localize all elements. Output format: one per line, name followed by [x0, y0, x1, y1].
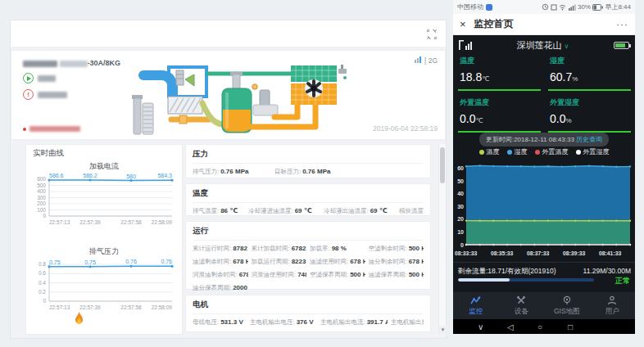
svg-text:0.76: 0.76 [161, 259, 172, 264]
section-pressure: 压力 排气压力: 0.76 MPa目标压力: 0.76 MPa [185, 144, 431, 178]
metric-value: 18.8℃ [460, 70, 541, 83]
legend-external-temperature[interactable]: 外置温度 [535, 147, 569, 156]
alert-exclamation-icon[interactable]: ! [23, 89, 34, 100]
svg-text:22:57:39: 22:57:39 [79, 304, 101, 310]
oil-separator-tank [222, 72, 257, 133]
location-pin-icon [562, 295, 572, 305]
monitor-icon [470, 295, 481, 305]
svg-text:22:57:39: 22:57:39 [79, 219, 101, 225]
metric-item: 加载率: 98 % [310, 245, 365, 253]
tools-icon [516, 295, 526, 305]
chevron-down-icon: ∨ [565, 43, 569, 50]
metric-external-temperature: 外置温度 0.0℃ [458, 97, 541, 133]
section-temperature: 温度 排气温度: 86 ℃冷却液进油温度: 69 ℃冷却液出油温度: 69 ℃模… [185, 183, 431, 216]
nav-user[interactable]: 用户 [590, 292, 636, 319]
nav-monitor[interactable]: 监控 [453, 292, 499, 319]
metric-item: 油滤剩余时间: 678 H [193, 258, 248, 266]
back-button[interactable]: ◁ [507, 322, 514, 331]
svg-text:0.8: 0.8 [39, 261, 46, 267]
phone-bottom-nav: 监控 设备 GIS地图 用户 [453, 292, 635, 319]
nav-gis-map[interactable]: GIS地图 [544, 292, 590, 319]
metric-item: 排气压力: 0.76 MPa [193, 168, 271, 176]
play-icon[interactable] [23, 73, 34, 83]
svg-text:08:41:33: 08:41:33 [599, 250, 621, 256]
red-dot-icon [23, 128, 26, 131]
section-title: 温度 [193, 188, 424, 203]
legend-humidity[interactable]: 湿度 [507, 147, 528, 156]
device-overview-card: -30A/8KG ! | 2G 2019-06-04 22:58:19 [11, 50, 446, 140]
section-title: 电机 [193, 300, 424, 314]
user-icon [607, 295, 617, 305]
compressor-schematic [130, 52, 446, 137]
detail-scrollbar[interactable]: ▼ [438, 144, 446, 335]
legend-dot [535, 150, 540, 155]
device-selector[interactable]: 深圳莲花山 ∨ [472, 39, 614, 52]
signal-icon [569, 4, 576, 11]
airend-block [168, 97, 202, 114]
redacted-device-name [23, 61, 57, 67]
svg-text:08:35:33: 08:35:33 [491, 250, 513, 256]
legend-dot [507, 150, 512, 155]
device-fault-status[interactable]: ! [23, 89, 146, 100]
wifi-icon [559, 4, 566, 11]
svg-text:0.75: 0.75 [84, 259, 96, 265]
svg-text:586.6: 586.6 [49, 173, 64, 178]
motor-pump [253, 90, 278, 115]
redacted-device-model [60, 61, 88, 67]
home-button[interactable]: ○ [537, 322, 542, 331]
svg-text:100: 100 [37, 207, 46, 213]
recents-button[interactable]: □ [568, 322, 573, 331]
alarm-icon [542, 3, 549, 11]
svg-text:0: 0 [43, 213, 46, 219]
realtime-curves-title: 实时曲线 [33, 148, 64, 159]
svg-text:20: 20 [457, 216, 464, 222]
carrier-label: 中国移动 [457, 2, 483, 11]
fullscreen-expand-icon[interactable] [426, 29, 438, 40]
phone-device-bar: 深圳莲花山 ∨ [453, 38, 635, 52]
metric-humidity: 湿度 60.7% [548, 56, 631, 91]
redacted-run-label [38, 75, 56, 82]
nav-device[interactable]: 设备 [499, 292, 545, 319]
antenna-signal-icon [459, 40, 472, 50]
metric-item: 空滤保养周期: 500 H [310, 271, 365, 279]
metric-label: 温度 [460, 56, 541, 66]
device-info: -30A/8KG ! [23, 59, 146, 100]
device-detail-column: 压力 排气压力: 0.76 MPa目标压力: 0.76 MPa 温度 排气温度:… [185, 144, 441, 335]
air-filter-tower [132, 95, 153, 134]
metric-item: 母线电压: 531.3 V [193, 318, 247, 327]
svg-text:586.2: 586.2 [83, 173, 98, 178]
hide-nav-button[interactable]: ∨ [478, 322, 483, 331]
legend-temperature[interactable]: 温度 [479, 147, 500, 156]
svg-text:0.4: 0.4 [39, 280, 46, 286]
metric-item: 主电机输出电压: 376 V [250, 318, 317, 327]
metric-label: 外置温度 [460, 97, 541, 108]
metric-item: 模块温度: 55 ℃ [399, 207, 424, 215]
svg-text:22:57:13: 22:57:13 [49, 219, 70, 225]
legend-dot [576, 150, 581, 155]
device-title: -30A/8KG [23, 59, 146, 67]
metric-value: 60.7% [550, 70, 631, 83]
page-title: 监控首页 [474, 17, 514, 31]
metric-label: 湿度 [550, 56, 631, 66]
section-title: 运行 [193, 226, 424, 241]
svg-text:30: 30 [457, 204, 464, 210]
device-run-status[interactable] [23, 73, 146, 83]
pressure-values: 排气压力: 0.76 MPa目标压力: 0.76 MPa [193, 168, 424, 176]
svg-text:584.3: 584.3 [157, 173, 172, 178]
divider [453, 262, 635, 263]
legend-external-humidity[interactable]: 外置湿度 [576, 147, 610, 156]
svg-text:08:33:33: 08:33:33 [455, 250, 477, 256]
svg-text:08:39:33: 08:39:33 [563, 250, 585, 256]
chart-legend: 温度 湿度 外置温度 外置湿度 [453, 147, 635, 156]
update-time-row: 更新时间:2018-12-11 08:43:33 历史查询 [453, 130, 635, 146]
metric-item: 油滤保养周期: 500 H [369, 271, 424, 279]
more-menu-icon[interactable]: ··· [616, 19, 628, 30]
metric-item: 主电机输出频率: 125.99 Hz [391, 318, 424, 327]
scrollbar-down-button[interactable]: ▼ [439, 326, 447, 335]
scrollbar-thumb[interactable] [440, 147, 445, 183]
history-query-link[interactable]: 历史查询 [576, 136, 602, 143]
metric-item: 油滤使用时间: 678 H [310, 258, 365, 266]
close-icon[interactable]: × [460, 18, 466, 30]
flow-progress-bar [458, 278, 594, 282]
svg-text:22:58:09: 22:58:09 [152, 304, 173, 310]
